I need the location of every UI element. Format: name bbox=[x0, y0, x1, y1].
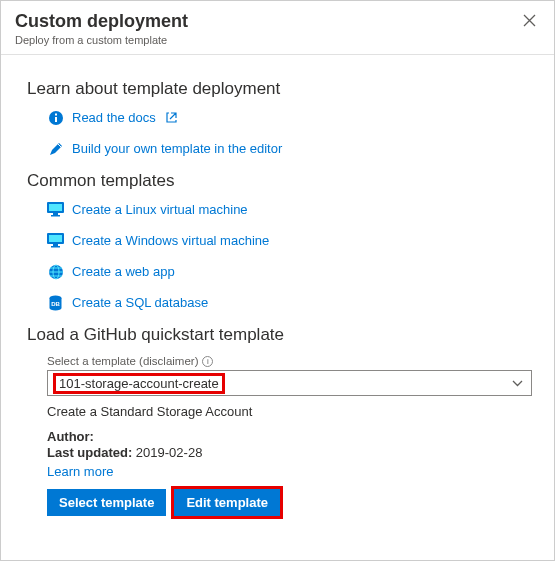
svg-text:DB: DB bbox=[51, 301, 60, 307]
template-description: Create a Standard Storage Account bbox=[47, 404, 528, 419]
page-title: Custom deployment bbox=[15, 11, 188, 32]
close-button[interactable] bbox=[519, 11, 540, 33]
content-area: Learn about template deployment Read the… bbox=[1, 55, 554, 530]
learn-more-link[interactable]: Learn more bbox=[47, 464, 528, 479]
section-heading-learn: Learn about template deployment bbox=[27, 79, 528, 99]
page-subtitle: Deploy from a custom template bbox=[15, 34, 188, 46]
label-text: Select a template (disclaimer) bbox=[47, 355, 198, 367]
info-icon bbox=[47, 109, 64, 126]
link-label: Create a web app bbox=[72, 264, 175, 279]
chevron-down-icon bbox=[512, 377, 523, 389]
select-template-label: Select a template (disclaimer) i bbox=[47, 355, 528, 367]
globe-icon bbox=[47, 263, 64, 280]
link-label: Build your own template in the editor bbox=[72, 141, 282, 156]
link-label: Create a Windows virtual machine bbox=[72, 233, 269, 248]
link-label: Create a SQL database bbox=[72, 295, 208, 310]
template-select[interactable]: 101-storage-account-create bbox=[47, 370, 532, 396]
svg-rect-5 bbox=[53, 213, 58, 215]
link-web-app[interactable]: Create a web app bbox=[47, 263, 528, 280]
svg-rect-2 bbox=[55, 113, 57, 115]
section-heading-common: Common templates bbox=[27, 171, 528, 191]
selected-value: 101-storage-account-create bbox=[53, 373, 225, 394]
vm-icon bbox=[47, 201, 64, 218]
close-icon bbox=[523, 14, 536, 27]
header-text: Custom deployment Deploy from a custom t… bbox=[15, 11, 188, 46]
template-select-wrapper: 101-storage-account-create bbox=[47, 370, 528, 396]
link-windows-vm[interactable]: Create a Windows virtual machine bbox=[47, 232, 528, 249]
link-linux-vm[interactable]: Create a Linux virtual machine bbox=[47, 201, 528, 218]
updated-value: 2019-02-28 bbox=[136, 445, 203, 460]
updated-label: Last updated: bbox=[47, 445, 132, 460]
blade-header: Custom deployment Deploy from a custom t… bbox=[1, 1, 554, 55]
info-icon[interactable]: i bbox=[202, 356, 213, 367]
svg-rect-10 bbox=[51, 246, 60, 248]
link-read-docs[interactable]: Read the docs bbox=[47, 109, 528, 126]
vm-icon bbox=[47, 232, 64, 249]
updated-row: Last updated: 2019-02-28 bbox=[47, 445, 528, 460]
pencil-icon bbox=[47, 140, 64, 157]
link-build-template[interactable]: Build your own template in the editor bbox=[47, 140, 528, 157]
external-link-icon bbox=[166, 112, 177, 123]
author-row: Author: bbox=[47, 429, 528, 444]
link-sql-db[interactable]: DB Create a SQL database bbox=[47, 294, 528, 311]
select-template-button[interactable]: Select template bbox=[47, 489, 166, 516]
database-icon: DB bbox=[47, 294, 64, 311]
svg-rect-4 bbox=[49, 204, 62, 211]
section-heading-github: Load a GitHub quickstart template bbox=[27, 325, 528, 345]
link-label: Read the docs bbox=[72, 110, 156, 125]
svg-rect-9 bbox=[53, 244, 58, 246]
template-metadata: Author: Last updated: 2019-02-28 bbox=[47, 429, 528, 460]
link-label: Create a Linux virtual machine bbox=[72, 202, 248, 217]
button-row: Select template Edit template bbox=[47, 489, 528, 516]
svg-rect-8 bbox=[49, 235, 62, 242]
author-label: Author: bbox=[47, 429, 94, 444]
svg-rect-1 bbox=[55, 117, 57, 122]
edit-template-button[interactable]: Edit template bbox=[174, 489, 280, 516]
svg-rect-6 bbox=[51, 215, 60, 217]
